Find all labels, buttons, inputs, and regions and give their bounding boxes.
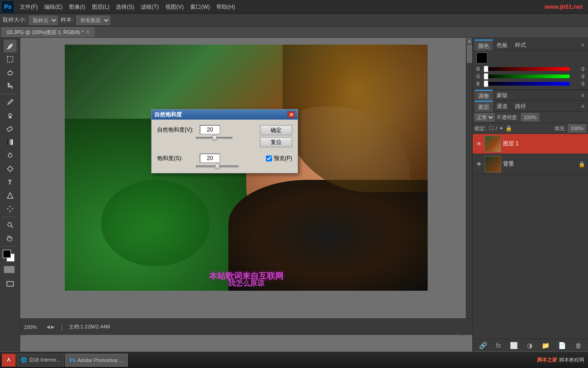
menu-edit[interactable]: 编辑(E) (41, 0, 66, 14)
color-swatches[interactable] (3, 250, 17, 264)
tool-brush[interactable] (4, 96, 17, 109)
scroll-right-btn[interactable]: ▶ (51, 324, 55, 329)
tool-pen[interactable] (4, 162, 17, 175)
lock-position-icon[interactable]: ☐ (489, 125, 494, 132)
tool-lasso[interactable] (4, 66, 17, 79)
foreground-color-swatch[interactable] (3, 250, 11, 258)
document-tab[interactable]: 03.JPG @ 100%(图层 1, RGB/8) * ✕ (2, 27, 95, 37)
color-panel-menu[interactable]: ≡ (580, 42, 586, 47)
sample-size-select[interactable]: 取样点 (29, 16, 58, 25)
b-slider-thumb[interactable] (484, 80, 488, 87)
tab-channels[interactable]: 通道 (493, 101, 511, 112)
dialog-close-button[interactable]: ✕ (288, 111, 295, 118)
r-slider[interactable] (484, 67, 570, 71)
tool-dodge[interactable] (4, 149, 17, 162)
quick-mask-btn[interactable] (4, 266, 17, 277)
ok-button[interactable]: 确定 (260, 125, 292, 135)
g-slider[interactable] (484, 75, 570, 78)
link-layers-btn[interactable]: 🔗 (477, 341, 489, 350)
screen-mode-btn[interactable] (4, 277, 17, 290)
vscroll-track[interactable] (466, 44, 472, 322)
tool-eyedropper[interactable] (4, 40, 17, 52)
tab-layers[interactable]: 图层 (475, 101, 493, 112)
layer-bg-visibility[interactable]: 👁 (475, 161, 483, 168)
menu-filter[interactable]: 滤镜(T) (137, 0, 162, 14)
layer-item-background[interactable]: 👁 背景 🔒 (473, 154, 588, 174)
lock-all-icon[interactable]: 🔒 (505, 125, 512, 132)
adj-panel-menu[interactable]: ≡ (579, 92, 586, 98)
tool-hand[interactable] (4, 232, 17, 245)
preview-checkbox[interactable] (266, 155, 272, 161)
tool-marquee[interactable] (4, 53, 17, 66)
g-slider-thumb[interactable] (484, 73, 488, 80)
saturation-dialog: 自然饱和度 ✕ 自然饱和度(V): (151, 109, 298, 173)
tool-move[interactable] (4, 202, 17, 215)
taskbar-photoshop-btn[interactable]: Ps Adobe Photoshop ... (65, 354, 127, 367)
r-slider-thumb[interactable] (484, 66, 488, 72)
tool-text[interactable]: T (4, 176, 17, 189)
tab-masks[interactable]: 蒙版 (493, 90, 511, 101)
tab-paths[interactable]: 路径 (511, 101, 530, 112)
toolbar-divider-1 (2, 94, 17, 94)
dialog-buttons: 确定 复位 (260, 125, 292, 147)
menu-window[interactable]: 窗口(W) (187, 0, 213, 14)
svg-line-10 (11, 226, 13, 228)
menu-layer[interactable]: 图层(L) (89, 0, 113, 14)
b-slider[interactable] (484, 82, 570, 86)
blend-mode-select[interactable]: 正常 (475, 113, 495, 121)
menu-view[interactable]: 视图(V) (162, 0, 187, 14)
tab-swatches[interactable]: 色板 (493, 40, 511, 51)
menu-help[interactable]: 帮助(H) (213, 0, 238, 14)
start-button[interactable] (2, 354, 16, 367)
status-bar: 100% ◀ ▶ | 文档:1.22M/2.44M (20, 318, 472, 335)
vibrance-input[interactable] (200, 125, 220, 134)
b-label: B (476, 81, 482, 86)
menu-file[interactable]: 文件(F) (17, 0, 41, 14)
opacity-input[interactable] (521, 113, 539, 121)
vibrance-slider-thumb[interactable] (212, 135, 217, 141)
tool-crop[interactable] (4, 80, 17, 92)
r-value: 0 (571, 66, 584, 72)
eye-icon-bg: 👁 (476, 161, 482, 167)
tool-eraser[interactable] (4, 122, 17, 135)
add-style-btn[interactable]: fx (494, 341, 503, 350)
tool-path-select[interactable] (4, 189, 17, 202)
new-layer-btn[interactable]: 📄 (556, 341, 568, 350)
green-channel-row: G 0 (473, 73, 588, 80)
b-value: 0 (571, 81, 584, 86)
saturation-slider-thumb[interactable] (215, 164, 220, 169)
saturation-input[interactable] (200, 154, 220, 163)
reset-button[interactable]: 复位 (260, 137, 292, 147)
tool-gradient[interactable] (4, 136, 17, 149)
tab-close-btn[interactable]: ✕ (86, 27, 90, 37)
taskbar-internet-btn[interactable]: 🌐 启动 Interne... (17, 354, 64, 367)
delete-layer-btn[interactable]: 🗑 (573, 341, 583, 350)
sample-select[interactable]: 所有图层 (76, 16, 110, 25)
options-bar: 取样大小: 取样点 样本: 所有图层 (0, 14, 588, 27)
fill-label: 填充: (554, 125, 566, 132)
foreground-color-box[interactable] (476, 52, 487, 63)
canvas-wrapper: 本站歌词来自互联网 我怎么原谅 ◀ ▶ ▲ ▼ 100% ◀ ▶ (20, 38, 472, 351)
layer-item-1[interactable]: 👁 图层 1 (473, 134, 588, 154)
tab-adjustments[interactable]: 调整 (475, 90, 493, 101)
tab-color[interactable]: 颜色 (475, 40, 493, 51)
new-group-btn[interactable]: 📁 (540, 341, 551, 350)
vscroll-up-btn[interactable]: ▲ (466, 38, 472, 44)
lock-move-icon[interactable]: ✦ (499, 125, 503, 132)
layer-1-visibility[interactable]: 👁 (475, 140, 483, 148)
tool-stamp[interactable] (4, 109, 17, 122)
new-adjustment-btn[interactable]: ◑ (525, 341, 534, 350)
system-tray: 脚本之家 脚本教程网 (537, 356, 586, 363)
vscroll-thumb[interactable] (467, 45, 472, 63)
layers-panel-menu[interactable]: ≡ (579, 103, 586, 109)
menu-image[interactable]: 图像(I) (66, 0, 88, 14)
saturation-label: 饱和度(S): (157, 155, 196, 162)
scroll-left-btn[interactable]: ◀ (46, 324, 50, 329)
menu-select[interactable]: 选择(S) (113, 0, 137, 14)
tab-styles[interactable]: 样式 (511, 40, 530, 51)
site-logo: www.jb51.net (544, 3, 586, 10)
tool-zoom[interactable] (4, 218, 17, 231)
add-mask-btn[interactable]: ⬜ (508, 341, 520, 350)
lock-paint-icon[interactable]: / (496, 125, 497, 132)
fill-input[interactable] (568, 124, 586, 132)
